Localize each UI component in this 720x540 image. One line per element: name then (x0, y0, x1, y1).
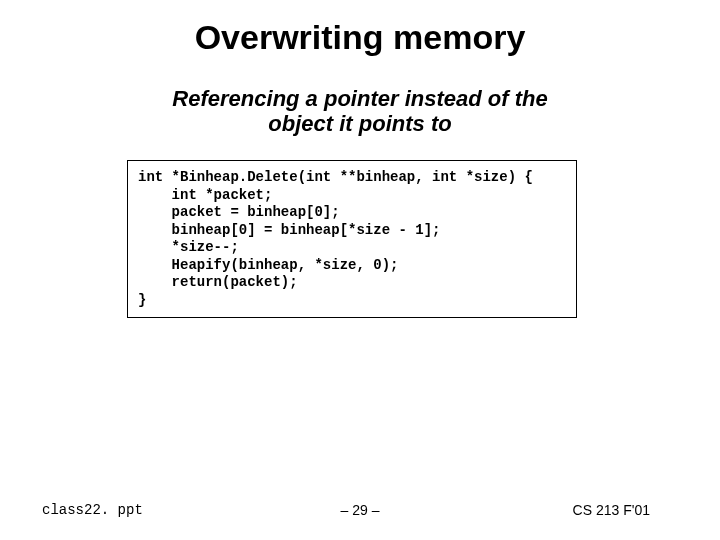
code-block: int *Binheap.Delete(int **binheap, int *… (127, 160, 577, 318)
subtitle-line-1: Referencing a pointer instead of the (172, 86, 547, 111)
footer-course: CS 213 F'01 (573, 502, 650, 518)
slide-title: Overwriting memory (0, 18, 720, 57)
slide-subtitle: Referencing a pointer instead of the obj… (0, 86, 720, 137)
slide: Overwriting memory Referencing a pointer… (0, 0, 720, 540)
subtitle-line-2: object it points to (268, 111, 451, 136)
